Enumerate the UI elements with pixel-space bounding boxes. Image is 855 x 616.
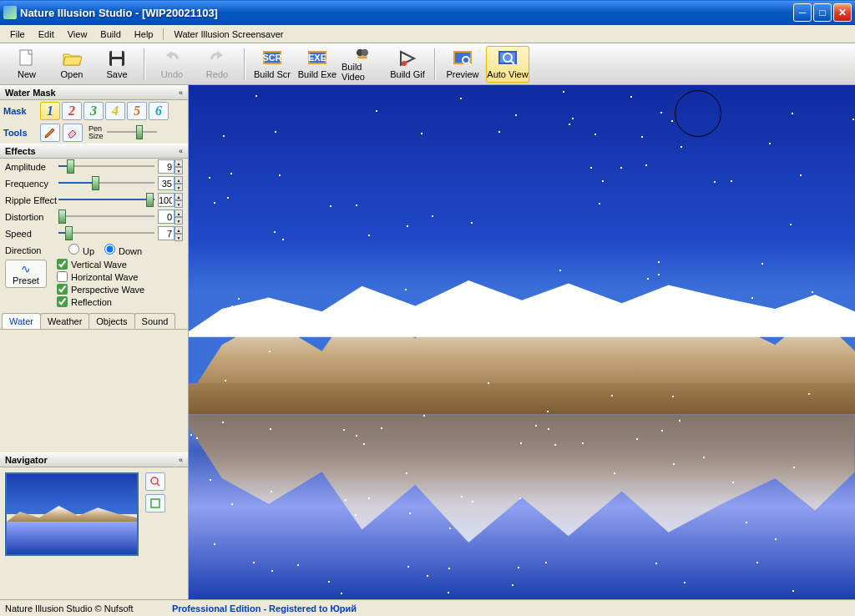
video-icon (352, 47, 372, 61)
speed-label: Speed (5, 229, 58, 239)
mask-label: Mask (3, 106, 40, 116)
open-icon (62, 48, 82, 68)
collapse-icon: « (179, 147, 183, 155)
exe-icon: EXE (307, 48, 327, 68)
speed-spinner[interactable]: ▲▼ (175, 226, 183, 241)
watermask-header[interactable]: Water Mask« (0, 85, 188, 100)
ripple-input[interactable] (158, 193, 175, 207)
buildexe-button[interactable]: EXEBuild Exe (296, 46, 339, 83)
mask-5-button[interactable]: 5 (127, 102, 147, 120)
autoview-button[interactable]: Auto View (486, 46, 529, 83)
amplitude-input[interactable] (158, 159, 175, 174)
collapse-icon: « (179, 88, 183, 97)
canvas-area (189, 85, 855, 599)
wave-icon: ∿ (21, 262, 31, 275)
left-panel: Water Mask« Mask 1 2 3 4 5 6 Tools Pen S… (0, 85, 189, 599)
mask-6-button[interactable]: 6 (149, 102, 169, 120)
redo-button[interactable]: Redo (195, 46, 239, 83)
new-icon (17, 48, 37, 68)
save-icon (107, 48, 127, 68)
tab-weather[interactable]: Weather (40, 313, 89, 329)
frequency-slider[interactable] (58, 176, 154, 191)
close-button[interactable]: ✕ (833, 3, 852, 22)
pen-size-slider[interactable] (107, 125, 157, 140)
buildgif-button[interactable]: Build Gif (386, 46, 429, 83)
minimize-button[interactable]: ─ (793, 3, 812, 22)
pen-size-label: Pen Size (89, 125, 104, 140)
direction-down-radio[interactable]: Down (104, 244, 142, 256)
open-button[interactable]: Open (50, 46, 94, 83)
brush-icon (43, 126, 57, 139)
svg-point-11 (402, 61, 407, 66)
frequency-spinner[interactable]: ▲▼ (175, 176, 183, 191)
menu-edit[interactable]: Edit (32, 28, 61, 41)
menu-screensaver[interactable]: Water Illusion Screensaver (167, 28, 290, 41)
mask-1-button[interactable]: 1 (40, 102, 60, 120)
hwave-checkbox[interactable] (57, 271, 68, 282)
nav-zoom-button[interactable] (145, 472, 165, 491)
undo-icon (162, 48, 182, 68)
tab-objects[interactable]: Objects (89, 313, 134, 329)
frequency-label: Frequency (5, 179, 58, 189)
amplitude-slider[interactable] (58, 159, 154, 174)
menu-build[interactable]: Build (94, 28, 127, 41)
save-button[interactable]: Save (95, 46, 139, 83)
nav-fit-button[interactable] (145, 494, 165, 512)
titlebar: Nature Illusion Studio - [WIP20021103] ─… (0, 0, 855, 25)
distortion-spinner[interactable]: ▲▼ (175, 210, 183, 225)
app-icon (3, 6, 17, 19)
menu-view[interactable]: View (61, 28, 94, 41)
frequency-input[interactable] (158, 176, 175, 190)
mask-4-button[interactable]: 4 (105, 102, 125, 120)
navigator-thumbnail[interactable] (5, 472, 139, 556)
refl-checkbox[interactable] (57, 296, 68, 307)
mask-3-button[interactable]: 3 (83, 102, 104, 120)
redo-icon (207, 48, 227, 68)
tab-sound[interactable]: Sound (134, 313, 176, 329)
gif-icon (397, 48, 417, 68)
tab-water[interactable]: Water (2, 313, 41, 329)
preset-button[interactable]: ∿ Preset (5, 260, 47, 288)
undo-button[interactable]: Undo (150, 46, 194, 83)
svg-text:SCR: SCR (262, 53, 281, 63)
pwave-checkbox[interactable] (57, 284, 68, 295)
svg-rect-2 (112, 51, 122, 57)
ripple-spinner[interactable]: ▲▼ (175, 193, 183, 208)
canvas[interactable] (189, 85, 855, 599)
amplitude-label: Amplitude (5, 162, 58, 172)
svg-text:EXE: EXE (308, 53, 326, 63)
direction-up-radio[interactable]: Up (68, 244, 94, 256)
maximize-button[interactable]: □ (813, 3, 832, 22)
distortion-input[interactable] (158, 210, 175, 224)
ripple-slider[interactable] (58, 193, 154, 208)
mask-2-button[interactable]: 2 (62, 102, 82, 120)
menu-file[interactable]: File (3, 28, 32, 41)
status-right: Professional Edition - Registered to Юри… (172, 603, 357, 613)
amplitude-spinner[interactable]: ▲▼ (175, 159, 183, 174)
distortion-slider[interactable] (58, 210, 154, 225)
buildscr-button[interactable]: SCRBuild Scr (250, 46, 294, 83)
eraser-tool-button[interactable] (63, 124, 83, 142)
scr-icon: SCR (262, 48, 282, 68)
menu-help[interactable]: Help (128, 28, 160, 41)
svg-point-16 (151, 477, 158, 484)
menubar: File Edit View Build Help Water Illusion… (0, 25, 855, 43)
effects-header[interactable]: Effects« (0, 144, 188, 159)
svg-rect-10 (357, 56, 367, 58)
navigator-header[interactable]: Navigator« (0, 452, 188, 467)
statusbar: Nature Illusion Studio © Nufsoft Profess… (0, 599, 855, 616)
direction-label: Direction (5, 245, 58, 255)
buildvideo-button[interactable]: Build Video (341, 46, 384, 83)
status-left: Nature Illusion Studio © Nufsoft (5, 603, 172, 613)
ripple-label: Ripple Effect (5, 195, 58, 205)
toolbar: New Open Save Undo Redo SCRBuild Scr EXE… (0, 43, 855, 85)
speed-input[interactable] (158, 226, 175, 240)
svg-rect-17 (151, 499, 159, 507)
svg-point-9 (362, 48, 369, 56)
brush-tool-button[interactable] (40, 124, 60, 142)
preview-button[interactable]: Preview (441, 46, 484, 83)
speed-slider[interactable] (58, 226, 154, 241)
new-button[interactable]: New (5, 46, 48, 83)
svg-rect-3 (112, 59, 122, 66)
vwave-checkbox[interactable] (57, 259, 68, 270)
